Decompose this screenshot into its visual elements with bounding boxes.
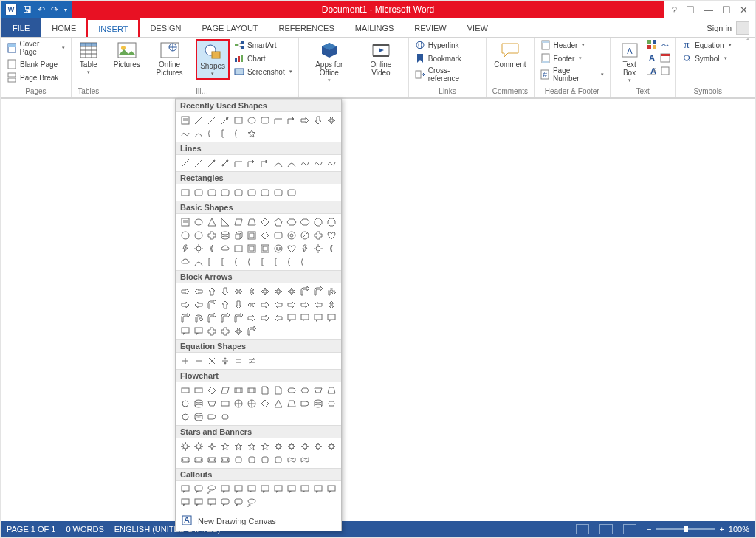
close-icon[interactable]: ✕ <box>740 4 748 15</box>
pictures-button[interactable]: Pictures <box>111 39 143 70</box>
shape-eq_eq[interactable] <box>232 354 245 368</box>
shape-heart[interactable] <box>285 242 298 255</box>
shape-callout[interactable] <box>192 325 205 338</box>
shape-rarrow[interactable] <box>285 298 298 311</box>
shape-quad[interactable] <box>258 285 272 298</box>
shape-quad[interactable] <box>325 114 338 127</box>
shape-bevel[interactable] <box>245 229 258 242</box>
word-count[interactable]: 0 WORDS <box>66 525 103 534</box>
shape-scroll[interactable] <box>272 453 285 466</box>
shape-moon[interactable] <box>205 242 219 255</box>
maximize-icon[interactable]: ☐ <box>722 4 731 15</box>
shape-callout[interactable] <box>245 483 258 496</box>
shape-process[interactable] <box>192 384 205 397</box>
shape-calloutc[interactable] <box>245 496 258 509</box>
shape-oval[interactable] <box>192 215 205 229</box>
shape-elbowa[interactable] <box>285 114 298 127</box>
shape-bent[interactable] <box>312 285 325 298</box>
shape-plus[interactable] <box>205 229 219 242</box>
shape-larrow[interactable] <box>272 298 285 311</box>
drop-cap-icon[interactable]: A <box>647 66 657 76</box>
shape-callout[interactable] <box>205 496 219 509</box>
shape-moon[interactable] <box>325 242 338 255</box>
shape-rtri[interactable] <box>219 215 232 229</box>
shape-rect[interactable] <box>179 186 192 199</box>
shape-can[interactable] <box>192 397 205 410</box>
shape-decision[interactable] <box>205 384 219 397</box>
shape-or[interactable] <box>232 397 245 410</box>
shape-callout[interactable] <box>179 496 192 509</box>
header-button[interactable]: Header▾ <box>539 39 605 51</box>
shape-star8[interactable] <box>312 440 325 453</box>
shape-larrow[interactable] <box>312 298 325 311</box>
shape-star8[interactable] <box>325 440 338 453</box>
shape-rrect[interactable] <box>258 114 272 127</box>
shape-can[interactable] <box>312 397 325 410</box>
shape-hex[interactable] <box>298 215 312 229</box>
shape-rarrow[interactable] <box>245 311 258 325</box>
zoom-in-icon[interactable]: + <box>719 525 724 534</box>
shape-sun[interactable] <box>192 242 205 255</box>
screenshot-button[interactable]: Screenshot▾ <box>233 66 294 77</box>
shape-callout[interactable] <box>232 483 245 496</box>
object-icon[interactable] <box>660 66 670 76</box>
shape-bent[interactable] <box>232 311 245 325</box>
shape-rarrow[interactable] <box>179 285 192 298</box>
shape-star[interactable] <box>245 127 258 140</box>
tab-view[interactable]: VIEW <box>457 18 498 37</box>
shape-tri[interactable] <box>272 397 285 410</box>
shape-line[interactable] <box>205 114 219 127</box>
shape-rect[interactable] <box>232 242 245 255</box>
shape-diam[interactable] <box>258 229 272 242</box>
shape-predef[interactable] <box>245 384 258 397</box>
shape-term[interactable] <box>285 384 298 397</box>
comment-button[interactable]: Comment <box>491 39 529 70</box>
shape-circle[interactable] <box>192 229 205 242</box>
shape-callout[interactable] <box>219 483 232 496</box>
shape-quad[interactable] <box>272 285 285 298</box>
shape-rrect[interactable] <box>285 186 298 199</box>
shape-callout[interactable] <box>192 496 205 509</box>
shape-uarrow[interactable] <box>205 285 219 298</box>
equation-button[interactable]: πEquation▾ <box>680 39 732 51</box>
shape-delay[interactable] <box>205 410 219 424</box>
zoom-level[interactable]: 100% <box>729 525 749 534</box>
shape-lrarrow[interactable] <box>232 285 245 298</box>
shape-bracket[interactable] <box>219 255 232 269</box>
shape-brace[interactable] <box>232 255 245 269</box>
shape-rrect[interactable] <box>245 186 258 199</box>
shape-delay[interactable] <box>298 397 312 410</box>
bookmark-button[interactable]: Bookmark <box>413 52 481 64</box>
shape-trap[interactable] <box>285 397 298 410</box>
shape-wave[interactable] <box>285 453 298 466</box>
shape-bent[interactable] <box>298 285 312 298</box>
shape-rarrow[interactable] <box>258 311 272 325</box>
shape-display[interactable] <box>219 410 232 424</box>
shape-oval[interactable] <box>245 114 258 127</box>
shape-brace[interactable] <box>285 255 298 269</box>
date-time-icon[interactable] <box>660 52 670 63</box>
shape-star8[interactable] <box>298 440 312 453</box>
footer-button[interactable]: Footer▾ <box>539 52 605 64</box>
shape-rarrow[interactable] <box>179 298 192 311</box>
tab-insert[interactable]: INSERT <box>86 18 140 37</box>
shape-parallelogram[interactable] <box>232 215 245 229</box>
shape-quad[interactable] <box>285 285 298 298</box>
shape-prep[interactable] <box>298 384 312 397</box>
shape-doc[interactable] <box>258 384 272 397</box>
shape-explosion[interactable] <box>192 440 205 453</box>
tab-file[interactable]: FILE <box>1 18 41 37</box>
shape-free[interactable] <box>179 127 192 140</box>
shape-bracket[interactable] <box>205 255 219 269</box>
shape-banner[interactable] <box>179 453 192 466</box>
tab-review[interactable]: REVIEW <box>404 18 456 37</box>
shape-donut[interactable] <box>285 229 298 242</box>
shape-trap[interactable] <box>325 384 338 397</box>
shape-eq_div[interactable] <box>219 354 232 368</box>
shape-cloud[interactable] <box>179 255 192 269</box>
shape-darrowb[interactable] <box>232 298 245 311</box>
shape-display[interactable] <box>325 397 338 410</box>
shape-eq_mult[interactable] <box>205 354 219 368</box>
shape-calloutr[interactable] <box>232 496 245 509</box>
shape-larrow[interactable] <box>192 298 205 311</box>
